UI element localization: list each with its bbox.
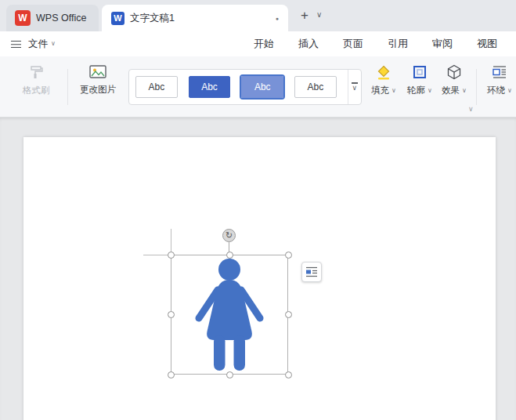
change-picture-label: 更改图片 xyxy=(80,84,116,96)
wrap-chevron-icon: ∨ xyxy=(507,88,512,94)
picture-style-option-4[interactable]: Abc xyxy=(294,76,337,98)
chevron-down-icon: ∨ xyxy=(51,41,56,47)
wps-home-tab[interactable]: W WPS Office xyxy=(6,5,99,31)
tab-reference[interactable]: 引用 xyxy=(388,37,408,51)
tab-home[interactable]: 开始 xyxy=(254,37,274,51)
tab-insert[interactable]: 插入 xyxy=(298,37,319,51)
app-tab-label: WPS Office xyxy=(36,13,86,24)
effects-button[interactable]: 效果 ∨ xyxy=(437,64,471,96)
outline-label: 轮廓 xyxy=(407,85,425,96)
effects-chevron-icon: ∨ xyxy=(462,88,467,94)
outline-button[interactable]: 轮廓 ∨ xyxy=(402,64,437,96)
wps-logo-icon: W xyxy=(15,10,31,26)
ribbon-tabs: 开始 插入 页面 引用 审阅 视图 xyxy=(254,31,497,56)
picture-style-gallery: Abc Abc Abc Abc ∨ xyxy=(128,69,362,105)
new-tab-button[interactable]: + xyxy=(296,7,313,24)
change-picture-button[interactable]: 更改图片 xyxy=(74,64,122,96)
effects-cube-icon xyxy=(446,64,462,80)
format-painter-label: 格式刷 xyxy=(23,85,50,96)
picture-style-option-3[interactable]: Abc xyxy=(241,76,283,98)
resize-handle-bottom-left[interactable] xyxy=(168,371,175,378)
picture-style-option-2[interactable]: Abc xyxy=(189,76,231,98)
format-painter-button[interactable]: 格式刷 xyxy=(14,64,58,96)
fill-bucket-icon xyxy=(376,64,392,80)
document-canvas: ↻ xyxy=(0,118,516,420)
ribbon-separator xyxy=(67,69,68,105)
document-tab-label: 文字文稿1 xyxy=(130,12,175,25)
outline-chevron-icon: ∨ xyxy=(428,88,432,94)
hamburger-menu-icon[interactable] xyxy=(11,41,21,48)
resize-handle-top-center[interactable] xyxy=(226,252,233,259)
gallery-more-arrow-icon: ∨ xyxy=(352,85,358,92)
picture-icon xyxy=(89,64,106,79)
gallery-more-button[interactable]: ∨ xyxy=(348,70,361,104)
ribbon-separator xyxy=(476,69,477,105)
layout-options-button[interactable] xyxy=(301,262,322,282)
text-wrap-icon xyxy=(492,64,507,80)
tab-view[interactable]: 视图 xyxy=(477,37,497,51)
writer-doc-icon: W xyxy=(111,12,124,25)
ribbon: 格式刷 更改图片 Abc Abc Abc Abc ∨ 填 xyxy=(0,56,516,118)
picture-style-option-1[interactable]: Abc xyxy=(135,76,178,98)
resize-handle-top-right[interactable] xyxy=(285,252,292,259)
fill-chevron-icon: ∨ xyxy=(392,88,396,94)
fill-button[interactable]: 填充 ∨ xyxy=(366,64,401,96)
format-painter-icon xyxy=(28,64,44,80)
tab-page[interactable]: 页面 xyxy=(343,37,363,51)
resize-handle-middle-left[interactable] xyxy=(168,311,175,318)
titlebar: W WPS Office W 文字文稿1 ● + ∨ xyxy=(0,0,516,31)
fill-label: 填充 xyxy=(371,85,389,96)
layout-options-icon xyxy=(305,266,318,278)
resize-handle-bottom-center[interactable] xyxy=(226,371,233,378)
file-menu-label: 文件 xyxy=(28,38,48,51)
tab-review[interactable]: 审阅 xyxy=(432,37,453,51)
wrap-button[interactable]: 环绕 ∨ xyxy=(482,64,516,96)
document-page[interactable]: ↻ xyxy=(23,137,496,420)
menubar: 文件 ∨ ↺ ∨ ↻ ∨ xyxy=(0,31,516,56)
rotation-handle[interactable]: ↻ xyxy=(222,229,236,242)
resize-handle-bottom-right[interactable] xyxy=(285,371,292,378)
file-menu-button[interactable]: 文件 ∨ xyxy=(28,37,56,51)
outline-icon xyxy=(412,64,428,80)
selected-person-image[interactable] xyxy=(190,256,269,374)
ribbon-collapse-icon[interactable]: ∨ xyxy=(468,105,474,113)
resize-handle-top-left[interactable] xyxy=(168,252,175,259)
effects-label: 效果 xyxy=(442,85,460,96)
resize-handle-middle-right[interactable] xyxy=(285,311,292,318)
unsaved-dot-icon: ● xyxy=(276,16,279,21)
document-tab[interactable]: W 文字文稿1 ● xyxy=(102,5,288,31)
wrap-label: 环绕 xyxy=(487,85,505,96)
tab-list-chevron-icon[interactable]: ∨ xyxy=(316,10,322,19)
